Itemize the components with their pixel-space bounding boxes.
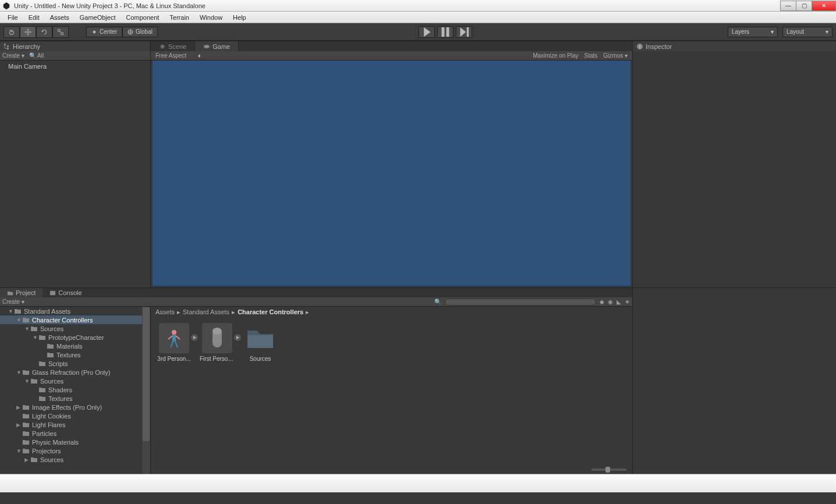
pivot-global-button[interactable]: Global — [122, 27, 158, 37]
asset-sources[interactable]: Sources — [243, 323, 278, 362]
scene-tab[interactable]: Scene — [151, 41, 195, 51]
favorite-icon[interactable]: ★ — [625, 299, 630, 305]
project-create-button[interactable]: Create ▾ — [2, 299, 24, 305]
game-icon — [203, 43, 210, 50]
scene-game-panel: Scene Game Free Aspect ♦ Maximize on Pla… — [151, 41, 632, 288]
tree-item-glass-refraction-pro-only-[interactable]: ▼Glass Refraction (Pro Only) — [0, 368, 150, 377]
scale-tool-button[interactable] — [52, 26, 69, 38]
move-icon — [24, 28, 32, 36]
zoom-slider[interactable] — [151, 466, 632, 474]
breadcrumb-character-controllers[interactable]: Character Controllers — [238, 308, 303, 315]
tree-item-materials[interactable]: Materials — [0, 342, 150, 350]
tree-item-character-controllers[interactable]: ▼Character Controllers — [0, 315, 150, 324]
hierarchy-search[interactable]: 🔍 All — [29, 52, 44, 59]
inspector-tab[interactable]: i Inspector — [633, 41, 836, 51]
folder-icon — [22, 369, 30, 375]
tree-arrow-icon[interactable]: ▼ — [24, 378, 30, 384]
console-tab[interactable]: Console — [42, 288, 88, 297]
tree-arrow-icon[interactable]: ▼ — [16, 448, 22, 454]
scene-icon — [159, 43, 166, 50]
tree-arrow-icon[interactable]: ▼ — [16, 370, 22, 375]
tree-item-scripts[interactable]: Scripts — [0, 359, 150, 368]
project-panel: Project Console Create ▾ 🔍 ◆ ◉ ◣ ★ ▼Stan… — [0, 288, 632, 474]
menu-component[interactable]: Component — [121, 14, 164, 21]
project-search-input[interactable] — [445, 299, 596, 306]
asset-first-person-[interactable]: First Person... — [200, 323, 235, 362]
pause-button[interactable] — [437, 26, 454, 38]
tree-arrow-icon[interactable]: ▼ — [33, 335, 38, 340]
menu-gameobject[interactable]: GameObject — [75, 14, 121, 21]
hierarchy-create-button[interactable]: Create ▾ — [2, 52, 24, 59]
tree-item-light-flares[interactable]: ▶Light Flares — [0, 420, 150, 429]
tree-arrow-icon[interactable]: ▼ — [16, 317, 22, 323]
layers-dropdown[interactable]: Layers▾ — [728, 27, 778, 37]
layout-dropdown[interactable]: Layout▾ — [782, 27, 833, 37]
aspect-dropdown[interactable]: Free Aspect ♦ — [155, 52, 201, 59]
move-tool-button[interactable] — [20, 26, 36, 38]
tree-item-label: Glass Refraction (Pro Only) — [32, 369, 110, 376]
asset-play-button[interactable] — [190, 333, 199, 342]
game-canvas[interactable] — [153, 61, 630, 286]
game-tab[interactable]: Game — [195, 41, 239, 51]
breadcrumb-standard-assets[interactable]: Standard Assets — [183, 308, 229, 315]
hand-tool-button[interactable] — [3, 26, 20, 38]
maximize-on-play-toggle[interactable]: Maximize on Play — [533, 52, 578, 59]
filter-icon[interactable]: ◆ — [600, 299, 604, 305]
filter-label-icon[interactable]: ◉ — [608, 299, 613, 305]
menu-window[interactable]: Window — [194, 14, 228, 21]
minimize-button[interactable]: — — [780, 1, 796, 11]
gizmos-dropdown[interactable]: Gizmos ▾ — [603, 52, 628, 59]
tree-arrow-icon[interactable]: ▶ — [16, 404, 22, 410]
rotate-tool-button[interactable] — [36, 26, 52, 38]
folder-icon — [22, 404, 30, 410]
step-button[interactable] — [456, 26, 472, 38]
folder-icon — [22, 448, 30, 454]
close-button[interactable]: ✕ — [812, 1, 836, 11]
menu-assets[interactable]: Assets — [45, 14, 75, 21]
play-button[interactable] — [419, 26, 435, 38]
capsule-prefab-icon — [206, 324, 229, 352]
toolbar: Center Global Layers▾ Layout▾ — [0, 23, 836, 41]
svg-line-19 — [168, 336, 172, 339]
hierarchy-item-main-camera[interactable]: Main Camera — [0, 62, 150, 71]
tree-item-prototypecharacter[interactable]: ▼PrototypeCharacter — [0, 333, 150, 342]
menu-terrain[interactable]: Terrain — [164, 14, 194, 21]
tree-arrow-icon[interactable]: ▼ — [8, 308, 14, 314]
pivot-center-button[interactable]: Center — [86, 27, 122, 37]
tree-arrow-icon[interactable]: ▶ — [16, 422, 22, 428]
menu-help[interactable]: Help — [228, 14, 251, 21]
maximize-button[interactable]: ▢ — [796, 1, 812, 11]
project-tab[interactable]: Project — [0, 288, 42, 297]
tree-item-light-cookies[interactable]: Light Cookies — [0, 411, 150, 420]
inspector-icon: i — [636, 43, 643, 50]
folder-icon — [38, 386, 46, 393]
tree-arrow-icon[interactable]: ▼ — [24, 326, 30, 332]
hierarchy-tab[interactable]: Hierarchy — [0, 41, 150, 51]
tree-item-sources[interactable]: ▶Sources — [0, 455, 150, 464]
asset-play-button[interactable] — [233, 333, 242, 342]
tree-item-standard-assets[interactable]: ▼Standard Assets — [0, 307, 150, 315]
stats-toggle[interactable]: Stats — [585, 52, 598, 59]
tree-item-sources[interactable]: ▼Sources — [0, 377, 150, 385]
menu-edit[interactable]: Edit — [23, 14, 45, 21]
menu-file[interactable]: File — [2, 14, 23, 21]
tree-item-particles[interactable]: Particles — [0, 429, 150, 438]
tree-item-sources[interactable]: ▼Sources — [0, 324, 150, 333]
tree-item-textures[interactable]: Textures — [0, 394, 150, 403]
asset-3rd-person-[interactable]: 3rd Person... — [157, 323, 192, 362]
tree-item-projectors[interactable]: ▼Projectors — [0, 446, 150, 455]
tree-item-physic-materials[interactable]: Physic Materials — [0, 438, 150, 446]
filter-type-icon[interactable]: ◣ — [617, 299, 621, 305]
tree-arrow-icon[interactable]: ▶ — [24, 457, 30, 463]
folder-icon — [22, 421, 30, 428]
tree-scrollbar[interactable] — [142, 307, 150, 474]
tree-item-textures[interactable]: Textures — [0, 350, 150, 359]
chevron-down-icon: ▾ — [826, 29, 828, 35]
svg-point-25 — [212, 328, 222, 335]
tree-item-image-effects-pro-only-[interactable]: ▶Image Effects (Pro Only) — [0, 403, 150, 411]
tree-item-label: Scripts — [48, 360, 68, 367]
breadcrumb-assets[interactable]: Assets — [155, 308, 175, 315]
tree-item-shaders[interactable]: Shaders — [0, 385, 150, 394]
center-icon — [91, 29, 97, 35]
rotate-icon — [40, 28, 48, 36]
